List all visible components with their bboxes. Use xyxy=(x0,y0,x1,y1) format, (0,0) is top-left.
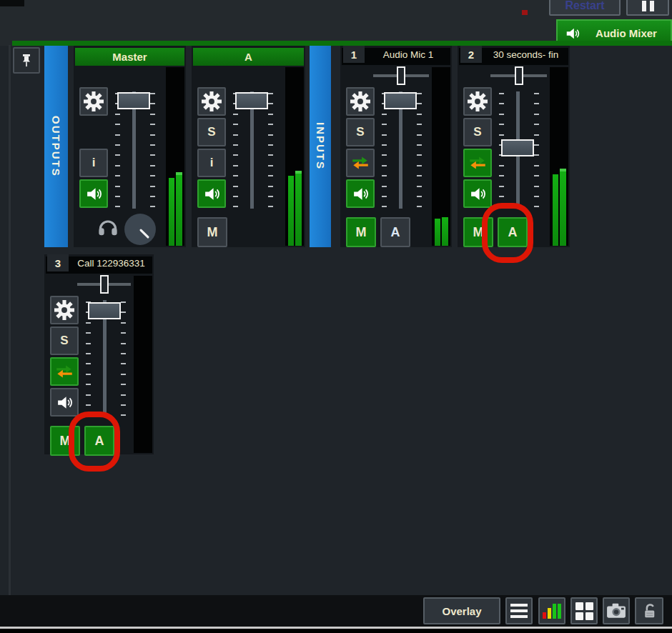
vu-meter xyxy=(432,67,450,246)
fader-tick xyxy=(86,374,91,375)
mute-button[interactable]: M xyxy=(346,217,376,247)
info-button[interactable]: i xyxy=(197,149,226,177)
vu-meter-bar xyxy=(435,219,440,246)
fader-tick xyxy=(417,186,422,187)
settings-gear-button[interactable] xyxy=(79,87,108,116)
channel-title-bus-a: A xyxy=(193,48,304,66)
fader-tick xyxy=(417,154,422,156)
unlock-icon xyxy=(641,602,658,620)
info-button[interactable]: i xyxy=(79,149,108,177)
fader-tick xyxy=(382,186,387,187)
lock-button[interactable] xyxy=(635,597,663,624)
fader-tick xyxy=(268,186,273,187)
fader-tick xyxy=(382,165,387,166)
mute-button[interactable]: M xyxy=(50,426,80,456)
pause-icon xyxy=(642,1,654,11)
settings-gear-button[interactable] xyxy=(463,87,492,116)
channel-strip-bus-a: ASiM xyxy=(192,46,305,247)
restart-button[interactable]: Restart xyxy=(549,0,621,16)
audio-meters-button[interactable] xyxy=(538,597,565,624)
fader-tick xyxy=(121,322,126,324)
fader-tick xyxy=(417,206,422,207)
headphones-icon xyxy=(97,216,119,241)
speaker-mute-button[interactable] xyxy=(50,388,79,417)
settings-gear-button[interactable] xyxy=(50,296,79,324)
solo-button[interactable]: S xyxy=(346,118,375,146)
fader-tick xyxy=(150,93,155,94)
info-button-label: i xyxy=(210,156,214,170)
fader-tick xyxy=(417,165,422,166)
fader-tick xyxy=(499,124,504,125)
audio-meters-icon xyxy=(543,603,561,619)
fader-tick xyxy=(417,175,422,176)
window-bottom-black xyxy=(0,629,672,633)
fader-tick xyxy=(233,196,238,197)
fader-tick xyxy=(534,124,539,125)
recording-indicator-dot xyxy=(522,10,528,15)
speaker-mute-button[interactable] xyxy=(346,179,375,208)
fader-tick xyxy=(150,103,155,104)
pause-button[interactable] xyxy=(626,0,669,16)
fader-tick xyxy=(150,134,155,136)
balance-slider-handle[interactable] xyxy=(397,66,405,85)
fader-tick xyxy=(499,206,504,207)
settings-gear-button[interactable] xyxy=(197,87,226,116)
snapshot-button[interactable] xyxy=(603,597,630,624)
solo-button[interactable]: S xyxy=(50,327,79,355)
fader-tick xyxy=(534,114,539,115)
mute-button[interactable]: M xyxy=(463,217,493,247)
multiview-button[interactable] xyxy=(570,597,598,624)
mute-button[interactable]: M xyxy=(197,217,227,247)
speaker-mute-button[interactable] xyxy=(79,179,108,208)
menu-button[interactable] xyxy=(505,597,533,624)
fader-tick xyxy=(150,124,155,125)
fader-tick xyxy=(499,114,504,115)
volume-fader-handle[interactable] xyxy=(88,302,121,319)
vu-meter-peak xyxy=(295,171,302,174)
volume-fader-handle[interactable] xyxy=(384,92,417,109)
speaker-mute-button[interactable] xyxy=(463,179,492,208)
volume-fader-handle[interactable] xyxy=(117,92,150,109)
fader-tick xyxy=(534,144,539,146)
pin-panel-button[interactable] xyxy=(13,47,40,74)
headphone-volume-knob[interactable] xyxy=(124,213,157,249)
fader-tick xyxy=(382,114,387,115)
fader-tick xyxy=(417,196,422,197)
fader-tick xyxy=(86,343,91,344)
fader-tick xyxy=(268,165,273,166)
automix-button[interactable]: A xyxy=(380,217,410,247)
solo-button[interactable]: S xyxy=(463,118,492,146)
fader-tick xyxy=(233,154,238,156)
loop-arrows-button[interactable] xyxy=(463,149,492,177)
fader-tick xyxy=(150,114,155,115)
fader-tick xyxy=(233,165,238,166)
fader-tick xyxy=(382,144,387,146)
automix-button[interactable]: A xyxy=(84,426,114,456)
vu-meter-bar xyxy=(176,172,182,246)
overlay-button[interactable]: Overlay xyxy=(423,597,500,624)
loop-arrows-button[interactable] xyxy=(346,149,375,177)
fader-tick xyxy=(121,394,126,396)
solo-button-label: S xyxy=(356,125,364,139)
multiview-grid-icon xyxy=(575,602,593,620)
fader-tick xyxy=(121,353,126,354)
balance-slider-handle[interactable] xyxy=(515,66,523,85)
mute-button-label: M xyxy=(356,225,367,240)
solo-button-label: S xyxy=(473,125,481,139)
volume-fader-handle[interactable] xyxy=(235,92,268,109)
fader-tick xyxy=(534,186,539,187)
mute-button-label: M xyxy=(473,225,484,240)
speaker-mute-button[interactable] xyxy=(197,179,226,208)
settings-gear-button[interactable] xyxy=(346,87,375,116)
fader-tick xyxy=(268,196,273,197)
solo-button[interactable]: S xyxy=(197,118,226,146)
fader-tick xyxy=(382,154,387,156)
loop-arrows-button[interactable] xyxy=(50,357,79,386)
volume-fader-handle[interactable] xyxy=(501,139,534,156)
fader-tick xyxy=(115,186,120,187)
fader-tick xyxy=(150,175,155,176)
automix-button[interactable]: A xyxy=(498,217,528,247)
balance-slider-handle[interactable] xyxy=(100,275,109,294)
fader-tick xyxy=(268,175,273,176)
channel-title-input-2: 30 seconds- fin xyxy=(483,46,568,63)
